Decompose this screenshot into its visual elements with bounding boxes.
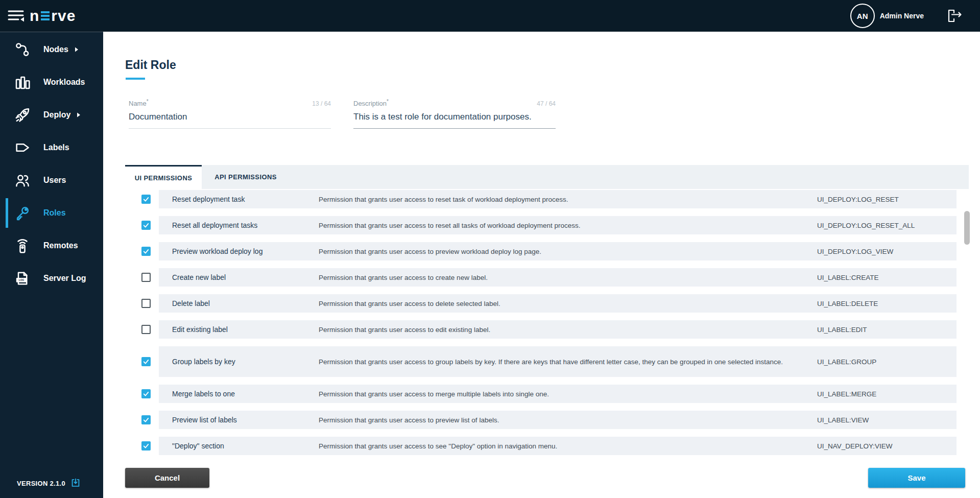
sidebar-item-deploy[interactable]: Deploy: [0, 99, 103, 131]
permission-code: UI_DEPLOY:LOG_VIEW: [817, 248, 960, 255]
download-icon[interactable]: [70, 477, 81, 490]
avatar-initials: AN: [857, 12, 868, 20]
permission-description: Permission that grants user access to de…: [319, 299, 801, 308]
permission-code: UI_DEPLOY:LOG_RESET_ALL: [817, 222, 960, 229]
permission-name: Group labels by key: [172, 358, 310, 366]
log-file-icon: LOG: [13, 269, 32, 288]
table-scrollbar-thumb[interactable]: [964, 211, 970, 245]
remote-icon: [13, 236, 32, 255]
workloads-icon: [13, 73, 32, 91]
avatar[interactable]: AN: [850, 4, 875, 28]
permission-row: Create new label Permission that grants …: [141, 268, 957, 287]
permission-row: Reset deployment task Permission that gr…: [141, 190, 957, 208]
sidebar-item-workloads[interactable]: Workloads: [0, 66, 103, 99]
permission-name: Delete label: [172, 299, 310, 307]
permission-name: Preview workload deploy log: [172, 247, 310, 255]
sidebar-item-nodes[interactable]: Nodes: [0, 33, 103, 66]
permission-description: Permission that grants user access to me…: [319, 390, 801, 398]
permissions-table: Reset deployment task Permission that gr…: [141, 190, 957, 463]
description-char-counter: 47 / 64: [537, 100, 556, 107]
permission-checkbox[interactable]: [141, 247, 151, 256]
permission-description: Permission that grants user access to se…: [319, 442, 801, 450]
tab-ui-permissions[interactable]: UI PERMISSIONS: [125, 165, 202, 189]
permission-name: Preview list of labels: [172, 416, 310, 424]
permission-description: Permission that grants user access to gr…: [319, 358, 801, 366]
deploy-rocket-icon: [13, 106, 32, 124]
user-name: Admin Nerve: [880, 12, 924, 20]
name-char-counter: 13 / 64: [312, 100, 331, 107]
svg-text:LOG: LOG: [19, 279, 25, 281]
nerve-logo: n rve: [30, 0, 76, 32]
permission-row: Group labels by key Permission that gran…: [141, 346, 957, 377]
page-title: Edit Role: [125, 58, 176, 72]
permission-description: Permission that grants user access to ed…: [319, 325, 801, 334]
permission-code: UI_LABEL:GROUP: [817, 358, 960, 366]
permission-name: Reset all deployment tasks: [172, 221, 310, 229]
permission-checkbox[interactable]: [141, 389, 151, 398]
save-button[interactable]: Save: [868, 468, 965, 488]
permission-description: Permission that grants user access to re…: [319, 221, 801, 230]
permission-checkbox[interactable]: [141, 299, 151, 308]
permission-row: Preview workload deploy log Permission t…: [141, 242, 957, 260]
permission-code: UI_LABEL:VIEW: [817, 416, 960, 424]
permission-description: Permission that grants user access to pr…: [319, 247, 801, 256]
version-text: VERSION 2.1.0: [17, 480, 65, 487]
sidebar-item-remotes[interactable]: Remotes: [0, 229, 103, 262]
name-label: Name*: [129, 99, 149, 107]
permission-code: UI_NAV_DEPLOY:VIEW: [817, 442, 960, 450]
permission-code: UI_LABEL:DELETE: [817, 300, 960, 307]
permission-checkbox[interactable]: [141, 221, 151, 230]
permission-code: UI_LABEL:CREATE: [817, 274, 960, 281]
sidebar-item-labels[interactable]: Labels: [0, 131, 103, 164]
permission-name: Create new label: [172, 273, 310, 281]
permission-row: Edit existing label Permission that gran…: [141, 320, 957, 339]
name-field: Name* 13 / 64 Documentation: [129, 96, 331, 129]
permission-checkbox[interactable]: [141, 357, 151, 366]
cancel-button[interactable]: Cancel: [125, 468, 209, 488]
permission-code: UI_DEPLOY:LOG_RESET: [817, 196, 960, 203]
permission-description: Permission that grants user access to pr…: [319, 416, 801, 424]
permission-checkbox[interactable]: [141, 195, 151, 204]
tab-api-permissions[interactable]: API PERMISSIONS: [202, 165, 290, 189]
sidebar-item-roles[interactable]: Roles: [0, 197, 103, 229]
permission-checkbox[interactable]: [141, 273, 151, 282]
menu-collapse-icon[interactable]: [7, 8, 26, 24]
permission-description: Permission that grants user access to cr…: [319, 273, 801, 282]
permission-checkbox[interactable]: [141, 441, 151, 450]
sidebar-item-server-log[interactable]: LOG Server Log: [0, 262, 103, 295]
key-icon: [13, 204, 32, 222]
permission-row: Delete label Permission that grants user…: [141, 294, 957, 313]
sidebar: Nodes Workloads Deploy Labels Users Role…: [0, 32, 103, 498]
description-input[interactable]: This is a test role for documentation pu…: [353, 112, 556, 124]
version-label: VERSION 2.1.0: [17, 477, 81, 490]
logout-icon[interactable]: [946, 8, 963, 24]
permission-name: Edit existing label: [172, 325, 310, 334]
description-field: Description* 47 / 64 This is a test role…: [353, 96, 556, 129]
permission-name: Reset deployment task: [172, 195, 310, 203]
description-label: Description*: [353, 99, 389, 107]
permission-row: Merge labels to one Permission that gran…: [141, 385, 957, 403]
sidebar-item-users[interactable]: Users: [0, 164, 103, 197]
permission-checkbox[interactable]: [141, 325, 151, 334]
app-window: n rve AN Admin Nerve Nodes Workloads: [0, 0, 980, 498]
logo-text: rve: [51, 7, 76, 25]
permission-name: "Deploy" section: [172, 442, 310, 450]
chevron-right-icon: [75, 47, 79, 52]
nodes-icon: [13, 40, 32, 59]
permission-code: UI_LABEL:MERGE: [817, 390, 960, 398]
permission-row: "Deploy" section Permission that grants …: [141, 437, 957, 455]
permission-description: Permission that grants user access to re…: [319, 195, 801, 204]
permission-row: Reset all deployment tasks Permission th…: [141, 216, 957, 234]
label-tag-icon: [13, 138, 32, 157]
logo-text: n: [30, 7, 39, 25]
name-input[interactable]: Documentation: [129, 112, 331, 124]
sidebar-nav: Nodes Workloads Deploy Labels Users Role…: [0, 32, 103, 295]
logo-bars-icon: [41, 11, 50, 20]
topbar: n rve AN Admin Nerve: [0, 0, 980, 32]
permission-checkbox[interactable]: [141, 415, 151, 424]
permission-name: Merge labels to one: [172, 390, 310, 398]
permission-row: Preview list of labels Permission that g…: [141, 411, 957, 429]
chevron-right-icon: [77, 112, 81, 117]
permissions-tabbar: UI PERMISSIONS API PERMISSIONS: [125, 165, 969, 189]
title-underline: [126, 78, 145, 80]
